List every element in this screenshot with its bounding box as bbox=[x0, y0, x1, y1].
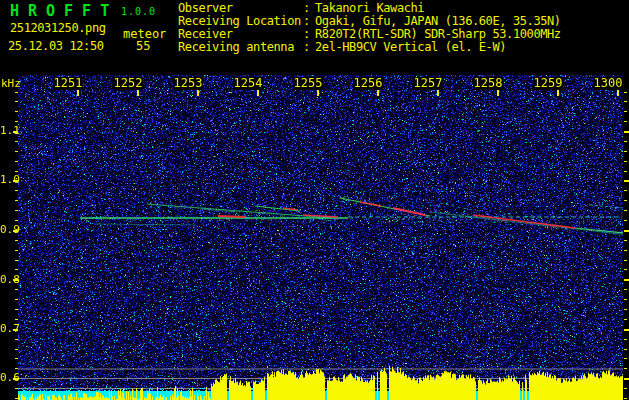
app-title: HROFFT bbox=[10, 2, 118, 20]
freq-tick-mark-left bbox=[15, 398, 18, 399]
freq-tick-mark-left bbox=[15, 210, 18, 211]
timestamp: 25.12.03 12:50 bbox=[8, 39, 104, 53]
freq-tick-mark-right bbox=[624, 111, 627, 112]
freq-tick-mark-left bbox=[15, 299, 18, 300]
info-colon: : bbox=[303, 41, 315, 54]
time-tick-label: 1256 bbox=[353, 77, 383, 90]
freq-tick-mark-right bbox=[624, 200, 627, 201]
freq-tick-mark-right bbox=[624, 289, 627, 290]
freq-tick-mark-left bbox=[15, 260, 18, 261]
output-filename: 2512031250.png bbox=[10, 21, 106, 35]
time-tick-mark bbox=[137, 90, 139, 96]
freq-tick-label: 0.6 bbox=[0, 372, 13, 383]
freq-tick-mark-right bbox=[624, 220, 627, 221]
freq-tick-mark-left bbox=[13, 279, 18, 281]
time-tick-mark bbox=[77, 90, 79, 96]
freq-tick-mark-right bbox=[624, 131, 629, 133]
time-tick-label: 1253 bbox=[173, 77, 203, 90]
freq-tick-mark-right bbox=[624, 210, 627, 211]
freq-tick-mark-right bbox=[624, 141, 627, 142]
freq-tick-mark-left bbox=[15, 141, 18, 142]
freq-tick-mark-left bbox=[15, 388, 18, 389]
time-tick-label: 1254 bbox=[233, 77, 263, 90]
freq-tick-mark-right bbox=[624, 190, 627, 191]
station-info-row: Receiving antenna:2el-HB9CV Vertical (el… bbox=[178, 41, 561, 54]
time-tick-label: 1259 bbox=[533, 77, 563, 90]
freq-tick-mark-left bbox=[15, 111, 18, 112]
time-tick-label: 1258 bbox=[473, 77, 503, 90]
freq-tick-mark-right bbox=[624, 299, 627, 300]
spectrogram-canvas bbox=[18, 75, 623, 400]
time-tick-mark bbox=[257, 90, 259, 96]
freq-tick-label: 0.8 bbox=[0, 274, 13, 285]
freq-tick-mark-left bbox=[13, 329, 18, 331]
freq-tick-mark-left bbox=[15, 121, 18, 122]
freq-tick-mark-left bbox=[15, 92, 18, 93]
time-tick-mark bbox=[557, 90, 559, 96]
freq-tick-mark-right bbox=[624, 92, 627, 93]
freq-tick-mark-left bbox=[13, 378, 18, 380]
time-tick-label: 1251 bbox=[53, 77, 83, 90]
freq-tick-mark-left bbox=[15, 319, 18, 320]
freq-tick-mark-left bbox=[15, 161, 18, 162]
freq-tick-mark-right bbox=[624, 101, 627, 102]
freq-tick-mark-right bbox=[624, 319, 627, 320]
freq-tick-mark-left bbox=[13, 180, 18, 182]
info-value: 2el-HB9CV Vertical (el. E-W) bbox=[315, 41, 506, 54]
freq-tick-mark-right bbox=[624, 260, 627, 261]
freq-tick-mark-right bbox=[624, 240, 627, 241]
time-tick-mark bbox=[197, 90, 199, 96]
freq-tick-mark-right bbox=[624, 329, 629, 331]
freq-tick-mark-right bbox=[624, 339, 627, 340]
freq-tick-mark-right bbox=[624, 250, 627, 251]
freq-tick-mark-left bbox=[15, 358, 18, 359]
app-version: 1.0.0 bbox=[121, 6, 156, 17]
freq-tick-mark-left bbox=[15, 250, 18, 251]
freq-tick-mark-right bbox=[624, 349, 627, 350]
time-tick-label: 1252 bbox=[113, 77, 143, 90]
freq-tick-mark-right bbox=[624, 388, 627, 389]
freq-tick-mark-left bbox=[13, 230, 18, 232]
time-tick-label: 1255 bbox=[293, 77, 323, 90]
freq-tick-mark-left bbox=[15, 349, 18, 350]
freq-axis-unit-label: kHz bbox=[1, 77, 21, 90]
freq-tick-mark-right bbox=[624, 279, 629, 281]
freq-tick-mark-right bbox=[624, 230, 629, 232]
freq-tick-mark-right bbox=[624, 309, 627, 310]
info-label: Receiving antenna bbox=[178, 41, 303, 54]
freq-tick-mark-left bbox=[15, 101, 18, 102]
time-tick-label: 1257 bbox=[413, 77, 443, 90]
time-tick-mark bbox=[617, 90, 619, 96]
time-tick-mark bbox=[317, 90, 319, 96]
freq-tick-label: 0.7 bbox=[0, 323, 13, 334]
freq-tick-mark-left bbox=[13, 131, 18, 133]
freq-tick-mark-left bbox=[15, 240, 18, 241]
freq-tick-label: 1.1 bbox=[0, 125, 13, 136]
time-tick-mark bbox=[437, 90, 439, 96]
freq-tick-mark-right bbox=[624, 121, 627, 122]
time-tick-mark bbox=[377, 90, 379, 96]
echo-count: 55 bbox=[136, 39, 150, 53]
freq-tick-mark-left bbox=[15, 200, 18, 201]
freq-tick-mark-right bbox=[624, 378, 629, 380]
freq-tick-mark-left bbox=[15, 309, 18, 310]
freq-tick-mark-left bbox=[15, 220, 18, 221]
freq-tick-mark-left bbox=[15, 289, 18, 290]
time-tick-mark bbox=[497, 90, 499, 96]
freq-tick-mark-right bbox=[624, 171, 627, 172]
freq-tick-mark-right bbox=[624, 398, 627, 399]
freq-tick-mark-right bbox=[624, 161, 627, 162]
hrofft-window: HROFFT 1.0.0 2512031250.png meteor 25.12… bbox=[0, 0, 629, 400]
freq-tick-mark-left bbox=[15, 339, 18, 340]
freq-tick-mark-left bbox=[15, 190, 18, 191]
time-tick-label: 1300 bbox=[593, 77, 623, 90]
freq-tick-mark-right bbox=[624, 368, 627, 369]
freq-tick-mark-left bbox=[15, 269, 18, 270]
freq-tick-mark-right bbox=[624, 180, 629, 182]
freq-tick-mark-right bbox=[624, 358, 627, 359]
freq-tick-mark-left bbox=[15, 171, 18, 172]
freq-tick-mark-right bbox=[624, 151, 627, 152]
freq-tick-mark-left bbox=[15, 368, 18, 369]
freq-tick-mark-right bbox=[624, 269, 627, 270]
freq-tick-mark-left bbox=[15, 151, 18, 152]
